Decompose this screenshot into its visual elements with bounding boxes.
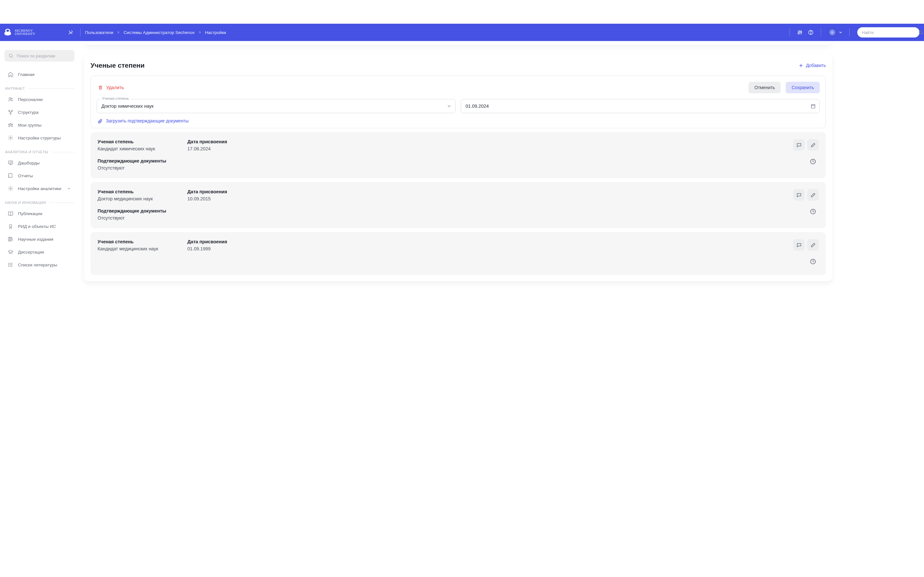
edit-icon: [811, 192, 816, 198]
svg-point-25: [8, 264, 9, 265]
gear-icon: [8, 135, 13, 141]
comment-icon: [796, 242, 802, 248]
sidebar-item-journals[interactable]: Научные издания: [5, 233, 74, 245]
app-header: SECHENOV UNIVERSITY Пользователи Системы…: [0, 24, 924, 41]
clock-icon: [810, 158, 816, 165]
logo[interactable]: SECHENOV UNIVERSITY: [3, 28, 35, 37]
search-icon: [918, 30, 923, 35]
history-button[interactable]: [807, 206, 819, 218]
logo-icon: [3, 28, 12, 37]
book-icon: [8, 173, 13, 179]
svg-rect-23: [10, 237, 11, 241]
browser-chrome-gap: [0, 0, 924, 24]
comment-button[interactable]: [793, 239, 804, 251]
sidebar-item-mygroups[interactable]: Мои группы: [5, 119, 74, 131]
add-degree-button[interactable]: Добавить: [798, 63, 826, 68]
degree-item: Ученая степень Кандидат химических наук …: [90, 132, 826, 178]
graduation-icon: [8, 249, 13, 255]
sliders-icon[interactable]: [795, 27, 805, 38]
calendar-icon[interactable]: [811, 103, 816, 109]
sidebar-item-publications[interactable]: Публикации: [5, 207, 74, 220]
sidebar-item-label: Мои группы: [18, 123, 42, 127]
svg-point-7: [832, 32, 833, 33]
sidebar-search[interactable]: [5, 50, 74, 61]
delete-button[interactable]: Удалить: [98, 85, 124, 90]
sidebar-item-label: Главная: [18, 72, 34, 77]
comment-button[interactable]: [793, 189, 804, 201]
breadcrumb-settings[interactable]: Настройки: [205, 30, 226, 35]
sidebar-section-intranet: ИНТРАНЕТ: [5, 87, 74, 90]
edit-button[interactable]: [807, 239, 819, 251]
edit-button[interactable]: [807, 139, 819, 151]
presentation-icon: [8, 160, 13, 166]
sidebar-item-struct-settings[interactable]: Настройки структуры: [5, 131, 74, 144]
sidebar-item-analytics-settings[interactable]: Настройки аналитики: [5, 182, 74, 195]
degrees-panel: Ученые степени Добавить Удалить Отменить…: [84, 54, 832, 282]
award-icon: [8, 223, 13, 229]
trash-icon: [98, 85, 103, 90]
degree-edit-card: Удалить Отменить Сохранить Ученая степен…: [90, 76, 826, 128]
chevron-right-icon: [198, 31, 202, 34]
delete-label: Удалить: [106, 85, 124, 90]
breadcrumb-users[interactable]: Пользователи: [85, 30, 113, 35]
main-content: Ученые степени Добавить Удалить Отменить…: [79, 41, 924, 577]
docs-label: Подтверждающие документы: [97, 158, 789, 163]
degree-item: Ученая степень Доктор медицинских наук Д…: [90, 182, 826, 228]
sidebar-item-label: Списки литературы: [18, 263, 57, 268]
date-value: 17.08.2024: [187, 146, 252, 151]
sidebar-item-personas[interactable]: Персоналии: [5, 93, 74, 106]
global-search[interactable]: [857, 27, 919, 37]
sidebar-item-home[interactable]: Главная: [5, 68, 74, 81]
sidebar-item-label: Дашборды: [18, 161, 40, 165]
degree-select[interactable]: Ученая степень: [97, 99, 456, 113]
comment-icon: [796, 192, 802, 198]
svg-point-15: [10, 123, 11, 125]
user-menu[interactable]: [827, 27, 843, 37]
history-button[interactable]: [807, 156, 819, 167]
avatar: [827, 27, 837, 37]
svg-point-21: [9, 224, 12, 227]
sidebar-item-bibliography[interactable]: Списки литературы: [5, 258, 74, 271]
date-field[interactable]: [461, 99, 820, 113]
history-button[interactable]: [807, 256, 819, 268]
sidebar-item-label: Настройки структуры: [18, 135, 61, 140]
cancel-button[interactable]: Отменить: [748, 82, 780, 93]
previous-panel-edge: [84, 41, 832, 45]
svg-rect-27: [811, 105, 815, 108]
docs-value: Отсутствуют: [97, 165, 789, 171]
breadcrumb-admin[interactable]: Системы Администратор Sechenov: [124, 30, 195, 35]
svg-point-1: [800, 31, 800, 32]
date-value: 01.09.1999: [187, 246, 252, 251]
degree-select-input[interactable]: [97, 99, 456, 113]
sidebar-item-structure[interactable]: Структура: [5, 106, 74, 119]
docs-label: Подтверждающие документы: [97, 208, 789, 213]
svg-point-10: [9, 97, 11, 99]
edit-button[interactable]: [807, 189, 819, 201]
comment-button[interactable]: [793, 139, 804, 151]
sidebar-item-dissertations[interactable]: Диссертации: [5, 245, 74, 258]
upload-docs-button[interactable]: Загрузить подтверждающие документы: [98, 118, 820, 123]
degree-field-label: Ученая степень: [100, 97, 131, 100]
list-icon: [8, 262, 13, 268]
pin-icon[interactable]: [65, 27, 76, 37]
sidebar-item-rid[interactable]: РИД и объекты ИС: [5, 220, 74, 233]
svg-point-13: [11, 110, 13, 111]
sidebar-item-reports[interactable]: Отчеты: [5, 169, 74, 182]
degree-label: Ученая степень: [97, 239, 162, 244]
sidebar-search-input[interactable]: [17, 53, 71, 58]
chevron-down-icon: [67, 186, 71, 191]
save-button[interactable]: Сохранить: [786, 82, 820, 93]
date-label: Дата присвоения: [187, 239, 252, 244]
group-icon: [8, 122, 13, 128]
sidebar-item-dashboards[interactable]: Дашборды: [5, 156, 74, 169]
sidebar-item-label: РИД и объекты ИС: [18, 224, 56, 229]
paperclip-icon: [98, 119, 103, 123]
svg-point-18: [10, 137, 11, 139]
home-icon: [8, 71, 13, 77]
clock-icon: [810, 258, 816, 265]
help-icon[interactable]: [805, 27, 816, 38]
global-search-input[interactable]: [862, 30, 916, 35]
date-input[interactable]: [461, 99, 820, 113]
svg-point-16: [8, 124, 9, 125]
svg-point-26: [8, 266, 9, 267]
